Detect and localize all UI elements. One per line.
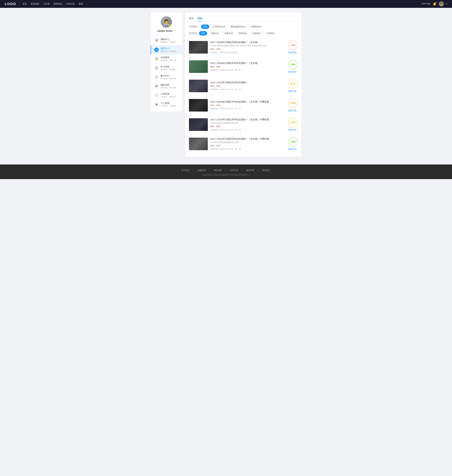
menu-text-course-center: 课程中心 精彩课程，不容错过 [160, 38, 176, 43]
nav-item-home[interactable]: 首页 [22, 2, 27, 5]
nav-item-more[interactable]: ··· [87, 2, 89, 5]
footer-link-3[interactable]: 合作伙伴 [230, 169, 238, 172]
filter-type-label: 考试类型： [189, 25, 199, 28]
exam-right-3: 待考试 查看详情 › [288, 79, 298, 93]
filter-status-row: 考试状态 全部已通过(2)未通过(2)待考试(2)待批阅(2)已批阅(2) [189, 31, 298, 35]
filter-status-option-3[interactable]: 待考试(2) [236, 31, 249, 35]
exam-score-6: 25 [216, 144, 219, 147]
menu-label-course-center: 课程中心 [160, 38, 176, 41]
footer-sep-4: | [242, 169, 242, 172]
footer-link-1[interactable]: 加盟代理 [198, 169, 206, 172]
footer-link-2[interactable]: 网站地图 [214, 169, 222, 172]
content-area: 题库考试 考试类型： 全部证书类考试(4)随机抽题考试(5)付费批卷(6) 考试… [185, 13, 301, 157]
filter-status-option-0[interactable]: 全部 [199, 31, 207, 35]
menu-label-messages: 我的消息 [160, 84, 176, 86]
exam-right-5: 待批阅 查看详情 › [288, 118, 298, 131]
exam-info-3: 2017–2018年行测证件考试全国统一 得分：99分 考试时间：2019–05… [210, 81, 286, 91]
nav-item-news[interactable]: 新闻资讯 [53, 2, 62, 5]
nav-item-discover[interactable]: 发现课程 [31, 2, 39, 5]
menu-sub-settings: 个人信息、一键管理 [160, 105, 176, 107]
sidebar-item-course-center[interactable]: 📅 课程中心 精彩课程，不容错过 [151, 36, 182, 45]
exam-score-3: 99 [216, 85, 219, 87]
menu-icon-account: ♡ [154, 75, 159, 79]
exam-desc-6: 2018年行测考试是最值得多去研究 [210, 141, 270, 144]
logo: LOGO [5, 2, 16, 6]
sidebar-item-question-center[interactable]: ☰ 题库中心 海量习题，助力通关 [151, 45, 182, 54]
exam-status-stamp-5: 待批阅 [288, 118, 298, 127]
exam-thumb-6 [189, 138, 208, 150]
footer-copyright: Copyright© 云朵商学院 版权所有 京ICP备17051340号–1 [3, 174, 449, 176]
exam-detail-link-3[interactable]: 查看详情 › [288, 90, 298, 93]
filter-type-option-2[interactable]: 随机抽题考试(5) [228, 25, 247, 29]
footer-link-5[interactable]: 招贤纳士 [262, 169, 271, 172]
filter-status-option-1[interactable]: 已通过(2) [208, 31, 221, 35]
exam-right-1: 未通过 查看详情 › [288, 41, 298, 54]
footer-sep-3: | [226, 169, 226, 172]
exam-title-6: 2017–2018年行测证件考试全国统一（北京卷）付费批卷 [210, 137, 286, 140]
menu-label-orders: 订单管理 [160, 93, 176, 95]
footer-link-0[interactable]: 关于我们 [181, 169, 190, 172]
exam-desc-1: 2018年行测考试是最值得多去研究 2018年行测考试是最值得多去研究 2018… [210, 44, 270, 47]
exam-item-5: 2017–2018年行测证件考试全国统一（北京卷）付费批卷 2018年行测考试是… [189, 115, 298, 134]
nav-item-qa[interactable]: 问答社区 [66, 2, 75, 5]
nav-item-opencourse[interactable]: 公开课 [43, 2, 50, 5]
exam-detail-link-5[interactable]: 查看详情 › [288, 129, 298, 131]
sidebar-item-messages[interactable]: ✉ 我的消息 消息通知、及时了解 [151, 82, 182, 91]
notification-bell[interactable]: 🔔 [433, 2, 436, 6]
filter-type-option-3[interactable]: 付费批卷(6) [249, 25, 263, 29]
exam-time-2: 考试时间：2019–05–03 10：09：09 [210, 69, 286, 71]
footer-sep-1: | [193, 169, 194, 172]
menu-label-settings: 个人设置 [160, 102, 176, 105]
sidebar-item-orders[interactable]: 📄 订单管理 订单支出、明明白白 [151, 91, 182, 100]
menu-text-messages: 我的消息 消息通知、及时了解 [160, 84, 176, 89]
nav-item-qbank[interactable]: 题库 [79, 2, 83, 5]
exam-right-6: 已批阅 查看详情 › [288, 137, 298, 151]
filter-type-option-0[interactable]: 全部 [201, 25, 209, 29]
menu-sub-course-center: 精彩课程，不容错过 [160, 41, 176, 43]
navbar: LOGO 首页发现课程公开课新闻资讯问答社区题库··· APP下载 🔔 👩 ▾ [0, 0, 452, 8]
exam-time-4: 考试时间：2019–05–03 10：09：09 [210, 108, 286, 110]
sidebar-item-certificate[interactable]: 🏅 证书荣誉 收获荣耀，持证上岗 [151, 54, 182, 63]
menu-icon-orders: 📄 [154, 93, 159, 98]
filter-type-option-1[interactable]: 证书类考试(4) [211, 25, 227, 29]
footer-link-4[interactable]: 免责声明 [246, 169, 254, 172]
filter-status-option-2[interactable]: 未通过(2) [222, 31, 235, 35]
exam-thumb-3 [189, 80, 208, 92]
exam-score-row-6: 得分：25分 [210, 144, 286, 147]
menu-label-account: 账户中心 [160, 75, 176, 77]
menu-sub-qa: 课后重温、疑难解答 [160, 68, 176, 71]
exam-time-3: 考试时间：2019–05–03 10：09：09 [210, 88, 286, 91]
exam-detail-link-4[interactable]: 查看详情 › [288, 109, 298, 112]
exam-detail-link-1[interactable]: 查看详情 › [288, 51, 298, 54]
tab-exam[interactable]: 考试 [197, 16, 202, 21]
exam-thumb-2 [189, 60, 208, 73]
menu-sub-orders: 订单支出、明明白白 [160, 96, 176, 98]
menu-icon-qa: 💬 [154, 66, 159, 70]
filter-status-option-5[interactable]: 已批阅(2) [264, 31, 277, 35]
chevron-down-icon[interactable]: ▾ [446, 3, 447, 5]
exam-detail-link-2[interactable]: 查看详情 › [288, 71, 298, 73]
exam-status-stamp-6: 已批阅 [288, 137, 298, 147]
filter-status-label: 考试状态 [189, 32, 197, 35]
exam-item-4: 2017–2018年行测证件考试全国统一（北京卷）付费批卷 得分：25分 考试时… [189, 96, 298, 115]
app-download[interactable]: APP下载 [422, 2, 430, 5]
exam-score-row-3: 得分：99分 [210, 85, 286, 88]
avatar[interactable]: 👩 [439, 1, 444, 7]
content-tabs: 题库考试 [189, 16, 298, 21]
menu-icon-certificate: 🏅 [154, 57, 159, 61]
exam-detail-link-6[interactable]: 查看详情 › [288, 148, 298, 151]
nav-links: 首页发现课程公开课新闻资讯问答社区题库··· [22, 2, 422, 5]
award-badge: 🥇 [169, 24, 172, 27]
filter-status-option-4[interactable]: 待批阅(2) [250, 31, 263, 35]
exam-score-4: 25 [216, 104, 219, 107]
sidebar-item-qa[interactable]: 💬 学习问答 课后重温、疑难解答 [151, 63, 182, 73]
exam-right-4: 待批阅 查看详情 › [288, 98, 298, 112]
exam-item-2: 2017–2018年行测证件考试全国统一（北京卷） 得分：99分 考试时间：20… [189, 57, 298, 76]
menu-text-question-center: 题库中心 海量习题，助力通关 [160, 47, 176, 53]
footer: 关于我们|加盟代理|网站地图|合作伙伴|免责声明|招贤纳士 Copyright©… [0, 164, 452, 179]
sidebar-item-settings[interactable]: ⚙ 个人设置 个人信息、一键管理 [151, 100, 182, 109]
tab-qbank[interactable]: 题库 [189, 16, 194, 21]
exam-score-row-2: 得分：99分 [210, 65, 286, 68]
exam-status-stamp-4: 待批阅 [288, 98, 298, 108]
sidebar-item-account[interactable]: ♡ 账户中心 个人权益、实时掌握 [151, 73, 182, 82]
